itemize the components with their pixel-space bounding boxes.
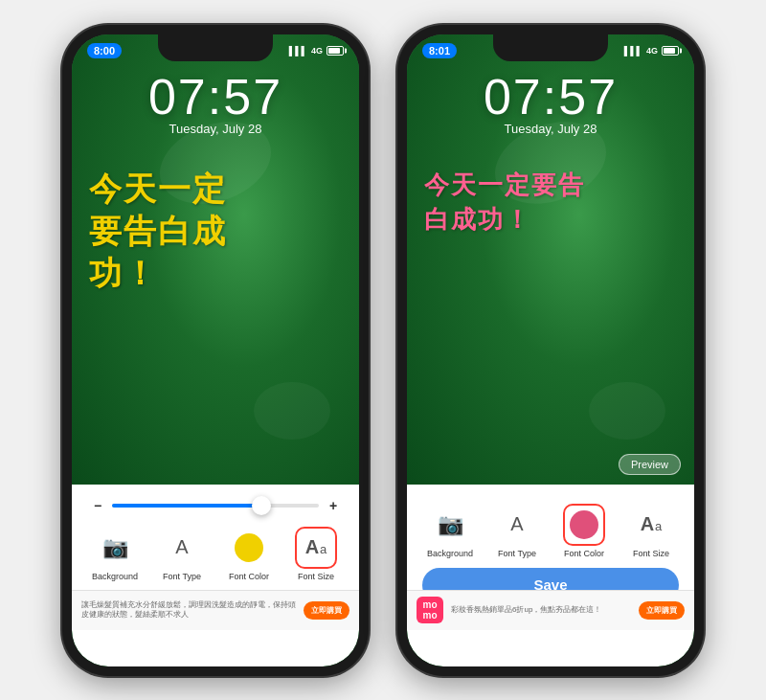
font-size-icon-2: A a <box>641 513 663 535</box>
bottom-panel-1: − + 📷 Background <box>72 485 359 666</box>
tool-font-color-2[interactable]: Font Color <box>554 504 614 558</box>
font-type-icon-2: A <box>510 513 523 535</box>
signal-icon-1: ▌▌▌ <box>289 46 307 56</box>
background-icon-wrap-1: 📷 <box>94 527 136 569</box>
tool-background-2[interactable]: 📷 Background <box>420 504 480 558</box>
tool-font-type-2[interactable]: A Font Type <box>487 504 547 558</box>
slider-minus-1[interactable]: − <box>91 498 104 513</box>
ad-banner-1: 讓毛燥髮質補充水分舒緩放鬆，調理因洗髮造成的靜電，保持頭皮健康的狀態，髮絲柔順不… <box>72 590 359 630</box>
font-size-icon-wrap-1: A a <box>295 527 337 569</box>
clock-area-2: 07:57 Tuesday, July 28 <box>407 68 694 136</box>
ad-text-1: 讓毛燥髮質補充水分舒緩放鬆，調理因洗髮造成的靜電，保持頭皮健康的狀態，髮絲柔順不… <box>81 600 296 621</box>
notch-2 <box>493 34 608 61</box>
font-type-icon-wrap-1: A <box>161 527 203 569</box>
font-type-icon-1: A <box>175 536 188 558</box>
battery-fill-2 <box>664 48 675 54</box>
toolbar-1: 📷 Background A Font Type <box>72 521 359 587</box>
background-label-2: Background <box>427 549 473 558</box>
status-right-2: ▌▌▌ 4G <box>624 46 679 56</box>
ad-button-1[interactable]: 立即購買 <box>304 601 349 620</box>
phone-2: 8:01 ▌▌▌ 4G 07:57 Tuesday, July 28 今天一定要… <box>397 25 704 676</box>
color-circle-pink-2 <box>570 510 598 539</box>
clock-time-1: 07:57 <box>72 68 359 125</box>
clock-date-2: Tuesday, July 28 <box>407 122 694 136</box>
ad-text-2: 彩妝香氛熱銷單品6折up，焦點夯品都在這！ <box>451 605 631 615</box>
status-time-1: 8:00 <box>87 43 122 58</box>
font-type-label-1: Font Type <box>163 572 201 581</box>
color-circle-yellow-1 <box>235 533 263 562</box>
font-color-icon-wrap-2 <box>563 504 605 546</box>
clock-time-2: 07:57 <box>407 68 694 125</box>
network-label-1: 4G <box>311 46 323 56</box>
tool-background-1[interactable]: 📷 Background <box>85 527 145 581</box>
handwritten-text-2: 今天一定要告白成功！ <box>424 169 677 238</box>
toolbar-2: 📷 Background A Font Type <box>407 498 694 564</box>
slider-area-1: − + <box>72 485 359 521</box>
slider-track-1[interactable] <box>112 504 319 508</box>
slider-plus-1[interactable]: + <box>327 498 340 513</box>
ad-logo-2: momo <box>417 597 443 623</box>
ad-button-2[interactable]: 立即購買 <box>639 601 685 620</box>
phone-1: 8:00 ▌▌▌ 4G 07:57 Tuesday, July 28 今天一定要… <box>62 25 369 676</box>
camera-icon-1: 📷 <box>102 535 128 560</box>
phone-frame-1: 8:00 ▌▌▌ 4G 07:57 Tuesday, July 28 今天一定要… <box>62 25 369 676</box>
status-right-1: ▌▌▌ 4G <box>289 46 344 56</box>
signal-icon-2: ▌▌▌ <box>624 46 642 56</box>
preview-button-2[interactable]: Preview <box>619 454 681 475</box>
tool-font-size-2[interactable]: A a Font Size <box>621 504 681 558</box>
battery-icon-1 <box>327 46 344 56</box>
background-icon-wrap-2: 📷 <box>429 504 471 546</box>
font-color-icon-wrap-1 <box>228 527 270 569</box>
network-label-2: 4G <box>646 46 658 56</box>
handwritten-text-1: 今天一定要告白成功！ <box>89 169 342 296</box>
tool-font-size-1[interactable]: A a Font Size <box>286 527 346 581</box>
phone-screen-2: 8:01 ▌▌▌ 4G 07:57 Tuesday, July 28 今天一定要… <box>407 34 694 666</box>
ad-banner-2: momo 彩妝香氛熱銷單品6折up，焦點夯品都在這！ 立即購買 <box>407 590 694 630</box>
tool-font-color-1[interactable]: Font Color <box>219 527 279 581</box>
tool-font-type-1[interactable]: A Font Type <box>152 527 212 581</box>
bottom-panel-2: 📷 Background A Font Type <box>407 485 694 666</box>
slider-fill-1 <box>112 504 261 508</box>
font-size-icon-1: A a <box>305 536 327 558</box>
clock-area-1: 07:57 Tuesday, July 28 <box>72 68 359 136</box>
notch-1 <box>158 34 273 61</box>
font-color-label-2: Font Color <box>564 549 604 558</box>
clock-date-1: Tuesday, July 28 <box>72 122 359 136</box>
battery-icon-2 <box>662 46 679 56</box>
phone-frame-2: 8:01 ▌▌▌ 4G 07:57 Tuesday, July 28 今天一定要… <box>397 25 704 676</box>
font-color-label-1: Font Color <box>229 572 269 581</box>
font-type-icon-wrap-2: A <box>496 504 538 546</box>
font-size-icon-wrap-2: A a <box>630 504 672 546</box>
font-size-label-1: Font Size <box>298 572 334 581</box>
font-size-label-2: Font Size <box>633 549 669 558</box>
battery-fill-1 <box>328 48 340 54</box>
phone-screen-1: 8:00 ▌▌▌ 4G 07:57 Tuesday, July 28 今天一定要… <box>72 34 359 666</box>
slider-thumb-1[interactable] <box>252 496 271 515</box>
camera-icon-2: 📷 <box>438 512 463 537</box>
status-time-2: 8:01 <box>422 43 457 58</box>
font-type-label-2: Font Type <box>498 549 536 558</box>
background-label-1: Background <box>92 572 138 581</box>
